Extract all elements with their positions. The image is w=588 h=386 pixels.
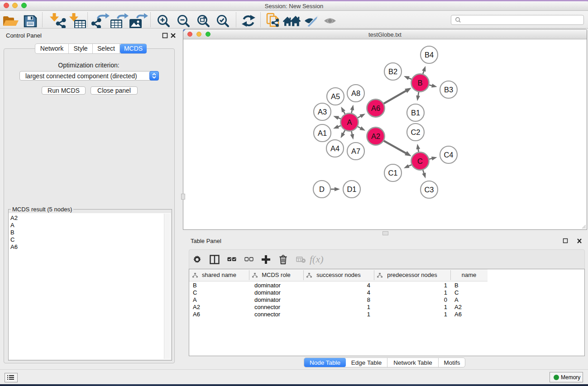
- svg-text:D: D: [319, 185, 325, 193]
- svg-text:A4: A4: [330, 144, 339, 152]
- svg-text:B4: B4: [425, 51, 434, 59]
- svg-text:C: C: [417, 157, 423, 165]
- svg-text:C3: C3: [424, 186, 434, 194]
- svg-text:A6: A6: [371, 104, 380, 112]
- svg-text:A7: A7: [351, 147, 360, 155]
- svg-text:B3: B3: [444, 86, 453, 94]
- svg-text:A5: A5: [331, 92, 340, 100]
- svg-text:A1: A1: [318, 129, 327, 137]
- svg-text:D1: D1: [347, 185, 356, 193]
- svg-text:B: B: [417, 79, 422, 87]
- svg-text:A3: A3: [318, 108, 327, 116]
- svg-text:A2: A2: [371, 132, 380, 140]
- svg-text:B2: B2: [388, 67, 397, 76]
- svg-text:B1: B1: [411, 109, 420, 117]
- svg-text:C4: C4: [444, 151, 453, 159]
- svg-text:A8: A8: [351, 89, 360, 97]
- svg-text:A: A: [347, 118, 352, 126]
- svg-text:C1: C1: [388, 169, 397, 177]
- svg-text:C2: C2: [411, 128, 420, 136]
